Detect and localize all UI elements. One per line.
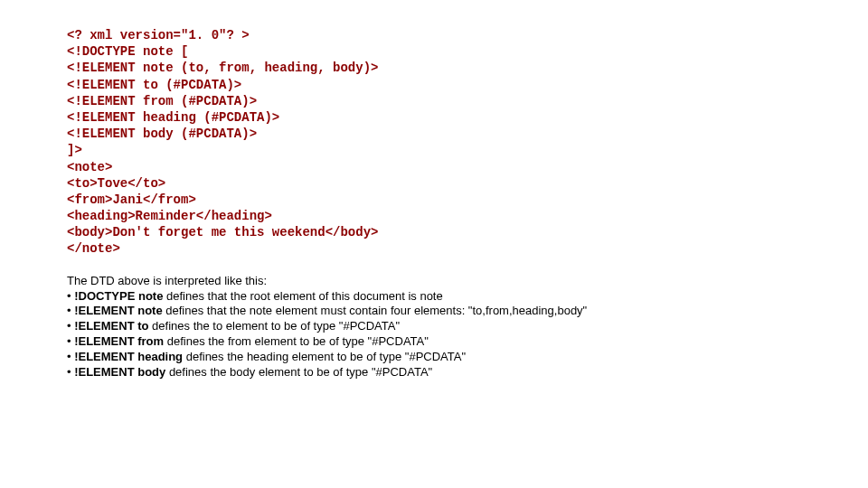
- bullet-rest: defines the body element to be of type "…: [165, 365, 432, 379]
- bullet-prefix: •: [67, 334, 74, 348]
- explain-intro: The DTD above is interpreted like this:: [67, 274, 868, 289]
- code-line-8: ]>: [67, 142, 868, 158]
- code-line-12: <heading>Reminder</heading>: [67, 208, 868, 224]
- bullet-prefix: •: [67, 289, 74, 303]
- bullet-prefix: •: [67, 319, 74, 333]
- code-line-4: <!ELEMENT to (#PCDATA)>: [67, 77, 868, 93]
- explain-bullet-5: • !ELEMENT heading defines the heading e…: [67, 350, 868, 365]
- bullet-bold: !ELEMENT to: [74, 319, 148, 333]
- bullet-rest: defines the heading element to be of typ…: [183, 350, 466, 363]
- code-line-13: <body>Don't forget me this weekend</body…: [67, 224, 868, 240]
- explain-bullet-4: • !ELEMENT from defines the from element…: [67, 334, 868, 350]
- bullet-rest: defines that the root element of this do…: [163, 289, 442, 303]
- code-line-5: <!ELEMENT from (#PCDATA)>: [67, 93, 868, 109]
- bullet-rest: defines the from element to be of type "…: [164, 334, 429, 348]
- bullet-bold: !DOCTYPE note: [74, 289, 163, 303]
- bullet-prefix: •: [67, 304, 74, 317]
- code-block: <? xml version="1. 0"? > <!DOCTYPE note …: [67, 27, 868, 258]
- bullet-bold: !ELEMENT note: [74, 304, 163, 317]
- code-line-9: <note>: [67, 159, 868, 175]
- bullet-prefix: •: [67, 365, 74, 379]
- code-line-3: <!ELEMENT note (to, from, heading, body)…: [67, 60, 868, 76]
- code-line-2: <!DOCTYPE note [: [67, 43, 868, 60]
- code-line-6: <!ELEMENT heading (#PCDATA)>: [67, 109, 868, 126]
- explain-bullet-6: • !ELEMENT body defines the body element…: [67, 365, 868, 380]
- code-line-7: <!ELEMENT body (#PCDATA)>: [67, 126, 868, 142]
- code-line-14: </note>: [67, 240, 868, 257]
- code-line-10: <to>Tove</to>: [67, 175, 868, 192]
- code-line-11: <from>Jani</from>: [67, 192, 868, 208]
- code-line-1: <? xml version="1. 0"? >: [67, 27, 868, 43]
- explain-bullet-2: • !ELEMENT note defines that the note el…: [67, 304, 868, 319]
- explain-bullet-1: • !DOCTYPE note defines that the root el…: [67, 289, 868, 305]
- bullet-bold: !ELEMENT heading: [74, 350, 183, 363]
- bullet-rest: defines the to element to be of type "#P…: [149, 319, 401, 333]
- bullet-prefix: •: [67, 350, 74, 363]
- explain-bullet-3: • !ELEMENT to defines the to element to …: [67, 319, 868, 334]
- bullet-bold: !ELEMENT from: [74, 334, 164, 348]
- explanation-block: The DTD above is interpreted like this: …: [67, 274, 868, 380]
- bullet-rest: defines that the note element must conta…: [163, 304, 588, 317]
- bullet-bold: !ELEMENT body: [74, 365, 165, 379]
